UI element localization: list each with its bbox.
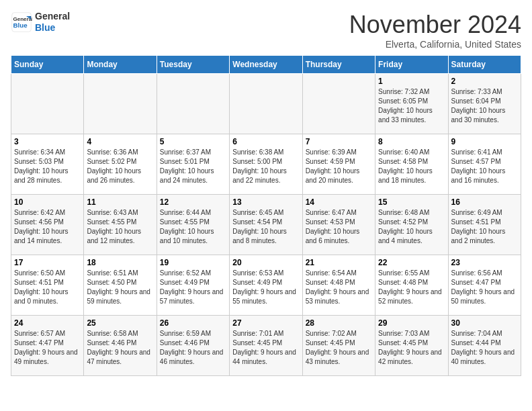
calendar-day: 28Sunrise: 7:02 AM Sunset: 4:45 PM Dayli…: [302, 316, 375, 376]
day-info: Sunrise: 7:04 AM Sunset: 4:44 PM Dayligh…: [451, 329, 518, 367]
calendar-week: 24Sunrise: 6:57 AM Sunset: 4:47 PM Dayli…: [11, 316, 521, 376]
day-number: 27: [232, 318, 299, 328]
day-info: Sunrise: 6:57 AM Sunset: 4:47 PM Dayligh…: [14, 329, 81, 367]
day-info: Sunrise: 6:40 AM Sunset: 4:58 PM Dayligh…: [378, 148, 445, 185]
day-info: Sunrise: 6:37 AM Sunset: 5:01 PM Dayligh…: [160, 148, 226, 185]
title-block: November 2024 Elverta, California, Unite…: [349, 11, 521, 50]
day-number: 12: [160, 197, 226, 207]
day-number: 18: [87, 258, 153, 267]
day-number: 7: [306, 137, 372, 146]
day-info: Sunrise: 6:39 AM Sunset: 4:59 PM Dayligh…: [306, 148, 372, 185]
calendar-day: 26Sunrise: 6:59 AM Sunset: 4:46 PM Dayli…: [157, 316, 229, 376]
calendar-day: [157, 74, 229, 134]
logo-text-general: General: [35, 11, 70, 22]
header-day: Friday: [375, 56, 448, 74]
day-info: Sunrise: 6:36 AM Sunset: 5:02 PM Dayligh…: [87, 148, 153, 185]
day-info: Sunrise: 6:56 AM Sunset: 4:47 PM Dayligh…: [451, 269, 518, 306]
calendar-day: 15Sunrise: 6:48 AM Sunset: 4:52 PM Dayli…: [375, 195, 448, 255]
header-row: SundayMondayTuesdayWednesdayThursdayFrid…: [11, 56, 521, 74]
day-info: Sunrise: 6:52 AM Sunset: 4:49 PM Dayligh…: [160, 269, 226, 306]
calendar-day: [84, 74, 157, 134]
calendar-day: 14Sunrise: 6:47 AM Sunset: 4:53 PM Dayli…: [302, 195, 375, 255]
day-number: 22: [378, 258, 445, 267]
calendar-day: [302, 74, 375, 134]
location-text: Elverta, California, United States: [349, 39, 521, 50]
day-info: Sunrise: 6:43 AM Sunset: 4:55 PM Dayligh…: [87, 208, 153, 246]
day-number: 5: [160, 137, 226, 146]
day-number: 13: [232, 197, 299, 207]
header-day: Wednesday: [230, 56, 302, 74]
calendar-day: 3Sunrise: 6:34 AM Sunset: 5:03 PM Daylig…: [11, 134, 84, 195]
day-number: 30: [451, 318, 518, 328]
calendar-day: 9Sunrise: 6:41 AM Sunset: 4:57 PM Daylig…: [448, 134, 521, 195]
logo-icon: General Blue: [11, 11, 32, 33]
day-info: Sunrise: 7:03 AM Sunset: 4:45 PM Dayligh…: [378, 329, 445, 367]
day-number: 9: [451, 137, 518, 146]
svg-text:Blue: Blue: [13, 21, 28, 29]
day-number: 17: [14, 258, 81, 267]
day-info: Sunrise: 6:59 AM Sunset: 4:46 PM Dayligh…: [160, 329, 226, 367]
day-info: Sunrise: 6:34 AM Sunset: 5:03 PM Dayligh…: [14, 148, 81, 185]
calendar-day: 11Sunrise: 6:43 AM Sunset: 4:55 PM Dayli…: [84, 195, 157, 255]
day-number: 14: [306, 197, 372, 207]
day-info: Sunrise: 6:38 AM Sunset: 5:00 PM Dayligh…: [232, 148, 299, 185]
calendar-day: 23Sunrise: 6:56 AM Sunset: 4:47 PM Dayli…: [448, 255, 521, 316]
day-number: 29: [378, 318, 445, 328]
day-info: Sunrise: 6:42 AM Sunset: 4:56 PM Dayligh…: [14, 208, 81, 246]
logo: General Blue General Blue: [11, 11, 70, 34]
calendar-day: 6Sunrise: 6:38 AM Sunset: 5:00 PM Daylig…: [230, 134, 302, 195]
day-info: Sunrise: 7:33 AM Sunset: 6:04 PM Dayligh…: [451, 87, 518, 125]
day-number: 4: [87, 137, 153, 146]
calendar-header: SundayMondayTuesdayWednesdayThursdayFrid…: [11, 56, 521, 74]
day-number: 21: [306, 258, 372, 267]
logo-text-blue: Blue: [35, 22, 70, 34]
day-number: 11: [87, 197, 153, 207]
day-info: Sunrise: 6:44 AM Sunset: 4:55 PM Dayligh…: [160, 208, 226, 246]
calendar-week: 17Sunrise: 6:50 AM Sunset: 4:51 PM Dayli…: [11, 255, 521, 316]
header-day: Saturday: [448, 56, 521, 74]
calendar-day: 1Sunrise: 7:32 AM Sunset: 6:05 PM Daylig…: [375, 74, 448, 134]
calendar-day: 22Sunrise: 6:55 AM Sunset: 4:48 PM Dayli…: [375, 255, 448, 316]
calendar-day: 19Sunrise: 6:52 AM Sunset: 4:49 PM Dayli…: [157, 255, 229, 316]
calendar-day: 8Sunrise: 6:40 AM Sunset: 4:58 PM Daylig…: [375, 134, 448, 195]
day-info: Sunrise: 6:48 AM Sunset: 4:52 PM Dayligh…: [378, 208, 445, 246]
day-number: 16: [451, 197, 518, 207]
day-number: 26: [160, 318, 226, 328]
calendar-week: 10Sunrise: 6:42 AM Sunset: 4:56 PM Dayli…: [11, 195, 521, 255]
calendar-week: 3Sunrise: 6:34 AM Sunset: 5:03 PM Daylig…: [11, 134, 521, 195]
calendar-day: 17Sunrise: 6:50 AM Sunset: 4:51 PM Dayli…: [11, 255, 84, 316]
day-number: 8: [378, 137, 445, 146]
day-info: Sunrise: 6:53 AM Sunset: 4:49 PM Dayligh…: [232, 269, 299, 306]
calendar-day: 18Sunrise: 6:51 AM Sunset: 4:50 PM Dayli…: [84, 255, 157, 316]
calendar-day: 7Sunrise: 6:39 AM Sunset: 4:59 PM Daylig…: [302, 134, 375, 195]
day-info: Sunrise: 6:47 AM Sunset: 4:53 PM Dayligh…: [306, 208, 372, 246]
calendar-day: 5Sunrise: 6:37 AM Sunset: 5:01 PM Daylig…: [157, 134, 229, 195]
calendar-day: [230, 74, 302, 134]
calendar-week: 1Sunrise: 7:32 AM Sunset: 6:05 PM Daylig…: [11, 74, 521, 134]
day-number: 25: [87, 318, 153, 328]
day-number: 1: [378, 77, 445, 86]
day-number: 23: [451, 258, 518, 267]
calendar-day: 2Sunrise: 7:33 AM Sunset: 6:04 PM Daylig…: [448, 74, 521, 134]
calendar-day: [11, 74, 84, 134]
day-number: 19: [160, 258, 226, 267]
day-number: 15: [378, 197, 445, 207]
day-info: Sunrise: 6:51 AM Sunset: 4:50 PM Dayligh…: [87, 269, 153, 306]
calendar-day: 4Sunrise: 6:36 AM Sunset: 5:02 PM Daylig…: [84, 134, 157, 195]
header-day: Tuesday: [157, 56, 229, 74]
calendar-day: 29Sunrise: 7:03 AM Sunset: 4:45 PM Dayli…: [375, 316, 448, 376]
header-day: Sunday: [11, 56, 84, 74]
day-info: Sunrise: 6:45 AM Sunset: 4:54 PM Dayligh…: [232, 208, 299, 246]
calendar-day: 10Sunrise: 6:42 AM Sunset: 4:56 PM Dayli…: [11, 195, 84, 255]
calendar-day: 30Sunrise: 7:04 AM Sunset: 4:44 PM Dayli…: [448, 316, 521, 376]
day-info: Sunrise: 6:58 AM Sunset: 4:46 PM Dayligh…: [87, 329, 153, 367]
day-number: 24: [14, 318, 81, 328]
day-number: 10: [14, 197, 81, 207]
day-info: Sunrise: 6:50 AM Sunset: 4:51 PM Dayligh…: [14, 269, 81, 306]
day-info: Sunrise: 6:54 AM Sunset: 4:48 PM Dayligh…: [306, 269, 372, 306]
day-info: Sunrise: 6:49 AM Sunset: 4:51 PM Dayligh…: [451, 208, 518, 246]
calendar-day: 21Sunrise: 6:54 AM Sunset: 4:48 PM Dayli…: [302, 255, 375, 316]
day-number: 6: [232, 137, 299, 146]
calendar-day: 24Sunrise: 6:57 AM Sunset: 4:47 PM Dayli…: [11, 316, 84, 376]
page-header: General Blue General Blue November 2024 …: [11, 11, 521, 50]
